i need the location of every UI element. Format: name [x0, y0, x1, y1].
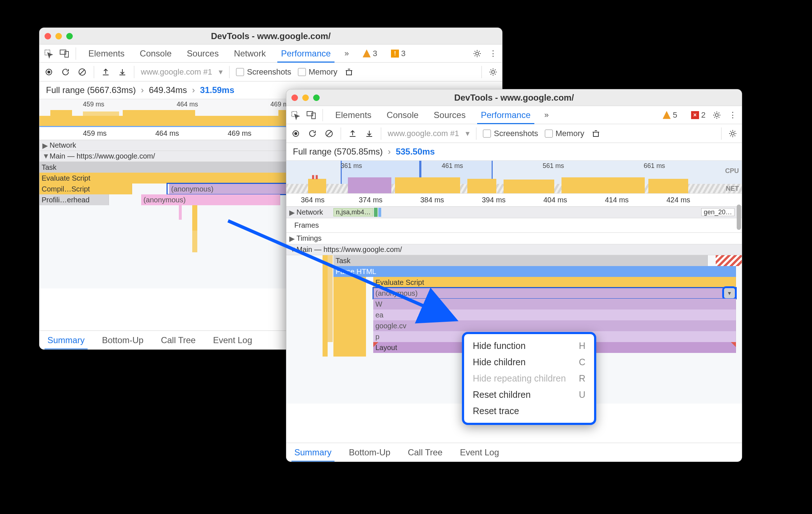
- scrollbar-vertical[interactable]: [737, 205, 741, 230]
- device-toolbar-icon[interactable]: [307, 110, 316, 120]
- track-frames[interactable]: Frames: [286, 218, 742, 233]
- inspect-element-icon[interactable]: [44, 49, 53, 58]
- more-tabs-icon[interactable]: »: [544, 110, 549, 120]
- download-icon[interactable]: [117, 67, 127, 77]
- memory-check[interactable]: Memory: [545, 129, 584, 138]
- tab-network[interactable]: Network: [232, 45, 267, 62]
- separator: [134, 66, 134, 78]
- issues-badge[interactable]: !3: [391, 49, 405, 58]
- warning-marker-icon: [731, 342, 736, 347]
- record-icon[interactable]: [44, 67, 54, 77]
- tab-performance[interactable]: Performance: [479, 106, 532, 124]
- flame-evaluate-script[interactable]: Evaluate Script: [373, 277, 736, 288]
- settings-icon[interactable]: [472, 49, 482, 58]
- tab-summary[interactable]: Summary: [293, 443, 333, 462]
- ruler-tick: 459 ms: [83, 129, 107, 138]
- tab-console[interactable]: Console: [138, 45, 173, 62]
- flame-task[interactable]: Task: [333, 255, 708, 266]
- ctx-hide-repeating-children: Hide repeating children R: [468, 370, 590, 387]
- flame-google-cv[interactable]: google.cv: [373, 320, 736, 331]
- ctx-reset-trace[interactable]: Reset trace: [468, 403, 590, 419]
- range-breadcrumb: Full range (5705.85ms) › 535.50ms: [286, 143, 742, 160]
- settings-icon[interactable]: [712, 110, 721, 120]
- warnings-badge[interactable]: 3: [363, 49, 377, 58]
- errors-badge[interactable]: ×2: [691, 110, 706, 120]
- capture-settings-icon[interactable]: [488, 67, 498, 77]
- overview-time: 361 ms: [341, 162, 362, 170]
- svg-point-8: [492, 71, 495, 73]
- more-icon[interactable]: ⋮: [488, 49, 498, 58]
- garbage-collect-icon[interactable]: [344, 67, 354, 77]
- network-item[interactable]: gen_20…: [701, 208, 735, 216]
- inspect-element-icon[interactable]: [291, 110, 300, 120]
- screenshots-check[interactable]: Screenshots: [483, 129, 538, 138]
- clear-icon[interactable]: [77, 67, 87, 77]
- tab-sources[interactable]: Sources: [185, 45, 220, 62]
- tab-event-log[interactable]: Event Log: [458, 443, 500, 462]
- warnings-badge[interactable]: 5: [663, 110, 677, 120]
- time-ruler[interactable]: 364 ms 374 ms 384 ms 394 ms 404 ms 414 m…: [286, 194, 742, 207]
- range-mid[interactable]: 649.34ms: [149, 85, 187, 95]
- tab-sources[interactable]: Sources: [432, 106, 467, 124]
- flame-anonymous[interactable]: (anonymous): [373, 288, 736, 299]
- ctx-key: H: [579, 341, 585, 351]
- track-main[interactable]: ▼Main — https://www.google.com/: [286, 244, 742, 255]
- tab-call-tree[interactable]: Call Tree: [159, 331, 197, 349]
- track-network[interactable]: ▶Network n,jsa,mb4… gen_20…: [286, 207, 742, 218]
- track-timings[interactable]: ▶Timings: [286, 233, 742, 244]
- separator: [481, 66, 482, 78]
- tab-elements[interactable]: Elements: [87, 45, 126, 62]
- ruler-tick: 384 ms: [420, 196, 444, 204]
- overview-minimap[interactable]: 361 ms 461 ms 561 ms 661 ms 761 ms CPU N…: [286, 160, 742, 194]
- range-leaf[interactable]: 31.59ms: [200, 85, 235, 95]
- tab-console[interactable]: Console: [385, 106, 420, 124]
- memory-check[interactable]: Memory: [298, 67, 337, 77]
- network-item[interactable]: n,jsa,mb4…: [333, 208, 373, 216]
- flame-profiling-overhead[interactable]: Profili…erhead: [39, 194, 109, 205]
- profile-select-label: www.google.com #1: [141, 67, 212, 76]
- garbage-collect-icon[interactable]: [591, 128, 601, 139]
- svg-point-12: [715, 114, 718, 117]
- ctx-key: R: [579, 373, 585, 384]
- range-leaf[interactable]: 535.50ms: [396, 147, 435, 157]
- ctx-hide-function[interactable]: Hide function H: [468, 338, 590, 354]
- tab-bottom-up[interactable]: Bottom-Up: [348, 443, 392, 462]
- flame-ea[interactable]: ea: [373, 309, 736, 320]
- record-icon[interactable]: [291, 128, 301, 139]
- reload-icon[interactable]: [60, 67, 71, 77]
- more-icon[interactable]: ⋮: [728, 110, 737, 120]
- range-full[interactable]: Full range (5705.85ms): [293, 147, 383, 157]
- perf-toolbar: www.google.com #1 ▾ Screenshots Memory: [39, 63, 502, 81]
- tab-performance[interactable]: Performance: [279, 45, 332, 62]
- tab-bottom-up[interactable]: Bottom-Up: [101, 331, 145, 349]
- flame-compile-script[interactable]: Compil…Script: [39, 184, 132, 194]
- ctx-reset-children[interactable]: Reset children U: [468, 387, 590, 403]
- download-icon[interactable]: [364, 128, 374, 139]
- more-tabs-icon[interactable]: »: [345, 49, 349, 58]
- ctx-label: Hide children: [473, 357, 526, 367]
- screenshots-check[interactable]: Screenshots: [236, 67, 291, 77]
- clear-icon[interactable]: [324, 128, 334, 139]
- devtools-window-2: DevTools - www.google.com/ Elements Cons…: [286, 89, 742, 462]
- flame-anonymous[interactable]: (anonymous): [141, 194, 280, 205]
- upload-icon[interactable]: [101, 67, 111, 77]
- profile-select[interactable]: www.google.com #1 ▾: [141, 67, 223, 77]
- ruler-tick: 374 ms: [359, 196, 383, 204]
- warnings-count: 5: [673, 110, 677, 120]
- entry-dropdown-button[interactable]: ▼: [722, 286, 737, 300]
- tab-event-log[interactable]: Event Log: [211, 331, 253, 349]
- ctx-label: Hide function: [473, 341, 526, 351]
- range-full[interactable]: Full range (5667.63ms): [46, 85, 136, 95]
- tab-summary[interactable]: Summary: [46, 331, 86, 349]
- profile-select[interactable]: www.google.com #1 ▾: [388, 129, 470, 138]
- tab-call-tree[interactable]: Call Tree: [406, 443, 444, 462]
- capture-settings-icon[interactable]: [728, 129, 737, 138]
- flame-parse-html[interactable]: Parse HTML: [333, 266, 736, 277]
- tab-elements[interactable]: Elements: [334, 106, 373, 124]
- reload-icon[interactable]: [307, 128, 317, 139]
- device-toolbar-icon[interactable]: [60, 49, 69, 58]
- flame-w[interactable]: W: [373, 299, 736, 309]
- upload-icon[interactable]: [348, 128, 358, 139]
- ctx-hide-children[interactable]: Hide children C: [468, 354, 590, 370]
- ctx-label: Reset trace: [473, 406, 519, 416]
